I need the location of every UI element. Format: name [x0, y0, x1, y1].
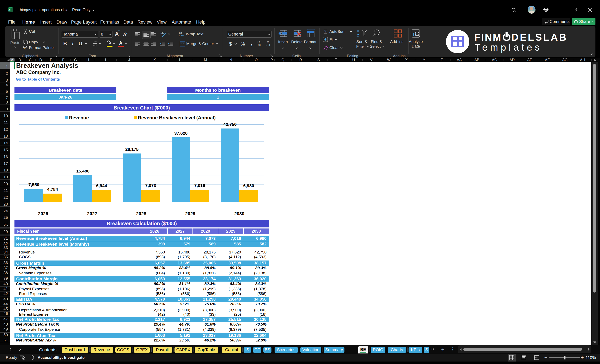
svg-text:.00: .00 [257, 44, 261, 46]
svg-text:.0: .0 [258, 41, 260, 43]
svg-text:.00: .00 [266, 41, 269, 43]
svg-text:Z: Z [357, 34, 359, 38]
svg-text:.0: .0 [268, 44, 270, 46]
svg-text:ab: ab [179, 31, 182, 34]
svg-text:A: A [357, 29, 359, 33]
svg-text:ab: ab [160, 31, 164, 35]
svg-text:x: x [9, 8, 10, 11]
svg-text:c: c [179, 34, 180, 37]
